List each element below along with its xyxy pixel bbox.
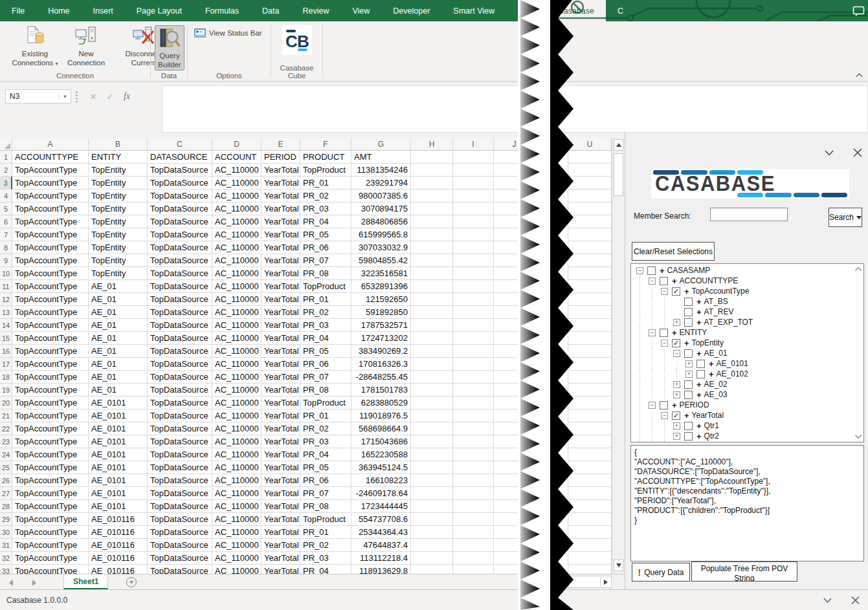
tree-item-ae-0102[interactable]: ++AE_0102 [634, 369, 863, 379]
tree-checkbox[interactable] [684, 432, 693, 441]
cell[interactable] [411, 500, 453, 513]
cell[interactable] [568, 448, 612, 461]
row-header-21[interactable]: 21 [0, 409, 12, 422]
tree-item-topaccounttype[interactable]: −✓+TopAccountType [634, 286, 863, 296]
collapse-expander-icon[interactable]: − [661, 288, 668, 295]
cell[interactable] [411, 448, 453, 461]
cell[interactable] [453, 397, 494, 409]
cell[interactable]: AC_110000 [212, 254, 262, 267]
cell[interactable]: AE_010116 [89, 565, 148, 574]
pane-close-icon[interactable] [852, 147, 863, 158]
cell[interactable]: PR_02 [300, 190, 351, 202]
cell[interactable]: AC_110000 [212, 422, 262, 435]
cell[interactable]: 239291794 [351, 177, 411, 190]
vertical-scrollbar[interactable] [612, 138, 625, 574]
cell[interactable]: TopDataSource [148, 409, 212, 422]
tree-item-ae-0101[interactable]: ++AE_0101 [634, 358, 863, 369]
cell[interactable] [453, 280, 494, 293]
cell[interactable]: 59804855.42 [351, 254, 411, 267]
sheet-nav-left-icon[interactable] [9, 580, 13, 586]
cell[interactable]: AC_110000 [212, 228, 262, 241]
cell[interactable]: AE_0101 [89, 448, 148, 461]
cell[interactable] [568, 435, 612, 448]
cell[interactable] [494, 319, 535, 332]
vertical-scroll-thumb[interactable] [614, 153, 623, 196]
cell[interactable]: YearTotal [262, 409, 300, 422]
tree-item-ae-01[interactable]: −+AE_01 [634, 348, 863, 358]
column-header-d[interactable]: D [212, 138, 262, 151]
cell[interactable] [568, 461, 612, 474]
clear-reset-selections-button[interactable]: Clear/Reset Selections [632, 242, 715, 261]
cell[interactable]: TopAccountType [12, 190, 89, 202]
tree-item-at-bs[interactable]: +AT_BS [634, 296, 863, 307]
cell[interactable]: TopAccountType [12, 228, 89, 241]
collapse-expander-icon[interactable]: − [661, 340, 668, 347]
column-header-u[interactable]: U [568, 138, 612, 151]
cell[interactable]: ENTITY [89, 151, 148, 164]
cell[interactable] [411, 474, 453, 487]
cell[interactable] [568, 474, 612, 487]
cell[interactable]: AC_110000 [212, 474, 262, 487]
tree-checkbox[interactable] [660, 401, 668, 409]
cell[interactable]: TopDataSource [148, 552, 212, 565]
cell[interactable]: YearTotal [262, 280, 300, 293]
cell[interactable]: AC_110000 [212, 461, 262, 474]
cell[interactable]: AE_01 [89, 345, 148, 358]
cell[interactable] [568, 228, 612, 241]
close-icon[interactable] [851, 596, 860, 605]
cell[interactable] [453, 461, 494, 474]
cell[interactable]: TopEntity [89, 241, 148, 254]
row-header-1[interactable]: 1 [0, 151, 12, 164]
search-button[interactable]: Search [829, 208, 862, 227]
tree-item-accounttype[interactable]: −+ACCOUNTTYPE [634, 276, 863, 286]
cell[interactable]: TopAccountType [12, 500, 89, 513]
expand-expander-icon[interactable]: + [673, 381, 680, 388]
row-header-8[interactable]: 8 [0, 241, 12, 254]
row-header-6[interactable]: 6 [0, 215, 12, 228]
row-header-24[interactable]: 24 [0, 448, 12, 461]
cell[interactable] [453, 565, 494, 574]
cell[interactable]: AC_110000 [212, 345, 262, 358]
cell[interactable]: TopAccountType [12, 332, 89, 345]
expand-expander-icon[interactable]: + [673, 319, 680, 326]
expand-expander-icon[interactable]: + [685, 360, 693, 367]
cell[interactable] [411, 332, 453, 345]
cell[interactable]: TopDataSource [148, 319, 212, 332]
cell[interactable]: TopDataSource [148, 539, 212, 552]
row-header-25[interactable]: 25 [0, 461, 12, 474]
query-builder-button[interactable]: Query Builder [155, 25, 184, 71]
cell[interactable]: 383490269.2 [351, 345, 411, 358]
cell[interactable]: TopAccountType [12, 526, 89, 539]
collapse-expander-icon[interactable]: − [636, 267, 643, 274]
cell[interactable] [411, 461, 453, 474]
cell[interactable]: AE_0101 [89, 461, 148, 474]
row-header-22[interactable]: 22 [0, 422, 12, 435]
row-header-10[interactable]: 10 [0, 267, 12, 280]
row-header-17[interactable]: 17 [0, 358, 12, 371]
cancel-icon[interactable]: ✕ [85, 92, 102, 102]
cell[interactable]: AE_0101 [89, 487, 148, 500]
cell[interactable]: 121592650 [351, 293, 411, 306]
cell[interactable]: AE_0101 [89, 397, 148, 409]
row-header-18[interactable]: 18 [0, 371, 12, 384]
member-tree[interactable]: −+CASASAMP−+ACCOUNTTYPE−✓+TopAccountType… [630, 263, 864, 442]
expand-expander-icon[interactable]: + [673, 391, 680, 398]
cell[interactable] [453, 319, 494, 332]
tree-checkbox[interactable] [696, 370, 705, 378]
cell[interactable]: TopAccountType [12, 306, 89, 319]
cell[interactable]: TopEntity [89, 254, 148, 267]
row-header-28[interactable]: 28 [0, 500, 12, 513]
cell[interactable]: YearTotal [262, 228, 300, 241]
tree-item-qtr1[interactable]: ++Qtr1 [634, 420, 863, 431]
cell[interactable] [568, 500, 612, 513]
row-header-14[interactable]: 14 [0, 319, 12, 332]
cell[interactable]: TopDataSource [148, 280, 212, 293]
cell[interactable] [411, 164, 453, 177]
cell[interactable]: AC_110000 [212, 202, 262, 215]
cell[interactable] [411, 384, 453, 397]
row-header-13[interactable]: 13 [0, 306, 12, 319]
cell[interactable]: -28648255.45 [351, 371, 411, 384]
cell[interactable] [494, 526, 535, 539]
cell[interactable]: AC_110000 [212, 513, 262, 526]
cell[interactable]: YearTotal [262, 371, 300, 384]
